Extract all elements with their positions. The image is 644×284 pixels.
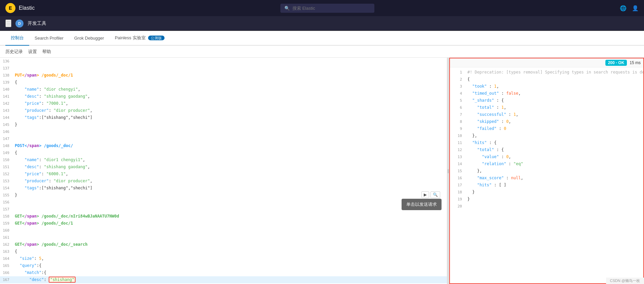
- line-content: "query":{: [13, 262, 447, 269]
- response-line-20: 20: [453, 203, 641, 210]
- response-line-number: 12: [453, 146, 466, 153]
- response-line-12: 12 "total" : {: [453, 146, 641, 153]
- response-line-number: 16: [453, 175, 466, 182]
- line-number: 158: [0, 213, 13, 220]
- line-number: 166: [0, 269, 13, 276]
- line-number: 137: [0, 65, 13, 72]
- help-button[interactable]: 帮助: [42, 49, 51, 55]
- play-button[interactable]: ▶: [421, 191, 429, 198]
- send-request-button[interactable]: 单击以发送请求: [402, 199, 442, 210]
- response-line-content: "hits" : [ ]: [466, 182, 641, 188]
- editor-line-159: 159GET</span> /goods/_doc/1: [0, 220, 447, 227]
- line-number: 155: [0, 192, 13, 199]
- search-bar[interactable]: 🔍: [280, 4, 374, 13]
- editor-line-153: 153 "producer": "dior producer",: [0, 178, 447, 185]
- response-line-number: 13: [453, 153, 466, 160]
- line-number: 143: [0, 107, 13, 114]
- line-content: GET</span> /goods/_doc/nIri84wBJaNAATU7N…: [13, 213, 447, 220]
- editor-line-143: 143 "producer": "dior producer",: [0, 107, 447, 114]
- response-line-17: 17 "hits" : [ ]: [453, 182, 641, 189]
- line-number: 142: [0, 100, 13, 107]
- line-content: "price": "7000.1",: [13, 100, 447, 107]
- response-panel: 200 - OK 15 ms 1#! Deprecation: [types r…: [449, 58, 644, 284]
- response-header: 200 - OK 15 ms: [450, 58, 643, 67]
- search-profile-button[interactable]: 🔍: [430, 191, 440, 198]
- response-line-number: 6: [453, 104, 466, 111]
- response-line-number: 8: [453, 118, 466, 125]
- response-line-number: 15: [453, 168, 466, 175]
- line-number: 149: [0, 149, 13, 156]
- line-number: 136: [0, 58, 13, 65]
- tab-console[interactable]: 控制台: [5, 31, 29, 46]
- line-number: 162: [0, 241, 13, 248]
- top-navbar: E Elastic 🔍 🌐 👤: [0, 0, 644, 16]
- line-content: }: [13, 192, 447, 198]
- response-line-number: 18: [453, 189, 466, 196]
- history-button[interactable]: 历史记录: [5, 49, 23, 55]
- line-content: "producer": "dior producer",: [13, 178, 447, 184]
- search-input[interactable]: [292, 6, 370, 11]
- line-number: 159: [0, 220, 13, 227]
- line-number: 145: [0, 121, 13, 128]
- editor-line-163: 163{: [0, 248, 447, 255]
- response-line-content: "failed" : 0: [466, 125, 641, 132]
- main-content: 136137138PUT</span> /goods/_doc/1139{140…: [0, 58, 644, 284]
- response-line-content: {: [466, 76, 641, 83]
- line-number: 156: [0, 199, 13, 206]
- response-line-content: "total" : 1,: [466, 104, 641, 111]
- editor-line-165: 165 "query":{: [0, 262, 447, 269]
- response-line-content: "relation" : "eq": [466, 160, 641, 167]
- settings-button[interactable]: 设置: [28, 49, 37, 55]
- response-line-content: "max_score" : null,: [466, 175, 641, 181]
- editor-line-144: 144 "tags":["shishang","shechi"]: [0, 114, 447, 121]
- line-content: "match":{: [13, 269, 447, 276]
- response-line-4: 4 "timed_out" : false,: [453, 90, 641, 97]
- editor-line-157: 157: [0, 206, 447, 213]
- editor-line-154: 154 "tags":["shishang","shechi"]: [0, 185, 447, 192]
- editor-line-150: 150 "name": "dior1 chengyi1",: [0, 156, 447, 163]
- top-bar-right: 🌐 👤: [620, 5, 639, 11]
- editor-line-162: 162GET</span> /goods/_doc/_search: [0, 241, 447, 248]
- editor-panel[interactable]: 136137138PUT</span> /goods/_doc/1139{140…: [0, 58, 447, 284]
- tab-bar: 控制台 Search Profiler Grok Debugger Painle…: [0, 31, 644, 46]
- footer: CSDN @懒鸟一枚: [606, 278, 644, 284]
- response-line-content: "value" : 0,: [466, 153, 641, 160]
- response-line-18: 18 }: [453, 189, 641, 196]
- editor-line-136: 136: [0, 58, 447, 65]
- editor-line-147: 147: [0, 135, 447, 142]
- response-line-15: 15 },: [453, 168, 641, 175]
- code-editor[interactable]: 136137138PUT</span> /goods/_doc/1139{140…: [0, 58, 447, 284]
- line-number: 165: [0, 262, 13, 269]
- hamburger-menu[interactable]: ☰: [5, 19, 11, 27]
- response-line-number: 11: [453, 139, 466, 146]
- globe-icon[interactable]: 🌐: [620, 5, 627, 11]
- line-number: 161: [0, 234, 13, 241]
- toolbar: 历史记录 设置 帮助: [0, 46, 644, 58]
- response-line-content: "took" : 1,: [466, 83, 641, 90]
- line-content: {: [13, 248, 447, 255]
- line-number: 154: [0, 185, 13, 192]
- response-code: 1#! Deprecation: [types removal] Specify…: [450, 67, 643, 211]
- dev-tools-title: 开发工具: [28, 20, 46, 27]
- line-number: 151: [0, 163, 13, 171]
- line-content: "size": 5,: [13, 255, 447, 262]
- editor-line-167: 167 "desc": "shishang": [0, 276, 447, 283]
- line-content: "desc": "shishang gaodang",: [13, 163, 447, 170]
- tab-search-profiler[interactable]: Search Profiler: [29, 32, 69, 45]
- tab-grok-debugger[interactable]: Grok Debugger: [69, 32, 109, 45]
- editor-line-138: 138PUT</span> /goods/_doc/1: [0, 72, 447, 79]
- response-line-content: "hits" : {: [466, 139, 641, 146]
- response-line-content: }: [466, 189, 641, 195]
- user-icon[interactable]: 👤: [632, 5, 639, 11]
- line-content: "name": "dior chengyi",: [13, 86, 447, 93]
- second-bar: ☰ D 开发工具: [0, 16, 644, 31]
- response-line-number: 10: [453, 132, 466, 139]
- tab-painless[interactable]: Painless 实验室 公测版: [109, 31, 170, 46]
- response-line-16: 16 "max_score" : null,: [453, 175, 641, 182]
- response-line-6: 6 "total" : 1,: [453, 104, 641, 111]
- response-line-number: 17: [453, 182, 466, 189]
- response-line-2: 2{: [453, 76, 641, 83]
- response-line-9: 9 "failed" : 0: [453, 125, 641, 132]
- line-content: POST</span> /goods/_doc/: [13, 142, 447, 149]
- response-line-number: 1: [453, 69, 466, 76]
